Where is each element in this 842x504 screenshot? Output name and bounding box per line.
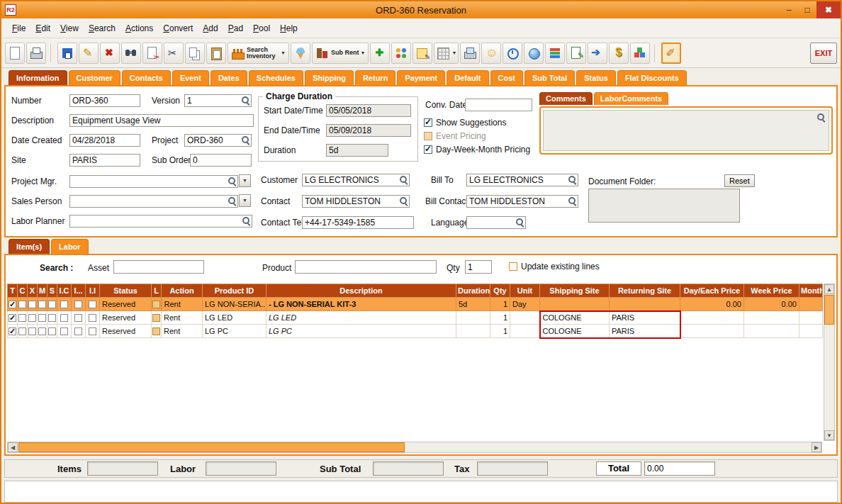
- row-checkbox[interactable]: [74, 301, 82, 308]
- row-checkbox[interactable]: [48, 301, 56, 308]
- column-header-returning-site[interactable]: Returning Site: [610, 284, 680, 298]
- cubes-icon[interactable]: [630, 43, 650, 64]
- checkbox-show-suggestions[interactable]: Show Suggestions: [424, 118, 530, 128]
- bill-to-input[interactable]: [466, 174, 578, 186]
- labor-total-field[interactable]: [206, 461, 276, 476]
- tab-payment[interactable]: Payment: [397, 70, 445, 85]
- menu-pad[interactable]: Pad: [223, 22, 248, 35]
- menu-edit[interactable]: Edit: [30, 22, 55, 35]
- add-icon[interactable]: [370, 43, 390, 64]
- row-checkbox[interactable]: [89, 301, 96, 308]
- row-checkbox[interactable]: [74, 314, 82, 322]
- horizontal-scrollbar[interactable]: ◀ ▶: [7, 442, 822, 453]
- cut-icon[interactable]: [164, 43, 184, 64]
- save-icon[interactable]: [57, 43, 77, 64]
- delete-icon[interactable]: [100, 43, 120, 64]
- tab-flat-discounts[interactable]: Flat Discounts: [617, 70, 687, 85]
- column-header-l[interactable]: L: [152, 284, 162, 298]
- tab-dates[interactable]: Dates: [211, 70, 247, 85]
- project-mgr-input[interactable]: [69, 175, 238, 188]
- column-header-day-each-price[interactable]: Day/Each Price: [680, 284, 744, 298]
- menu-search[interactable]: Search: [84, 22, 120, 35]
- sub-total-field[interactable]: [373, 461, 444, 476]
- l-checkbox[interactable]: [152, 314, 160, 322]
- row-checkbox[interactable]: [38, 327, 46, 335]
- reset-button[interactable]: Reset: [724, 174, 755, 187]
- vertical-scroll-thumb[interactable]: [824, 295, 834, 325]
- row-checkbox[interactable]: [60, 301, 68, 308]
- sub-rent-button[interactable]: Sub Rent▼: [312, 43, 369, 64]
- menu-file[interactable]: File: [7, 22, 30, 35]
- start-date-input[interactable]: [326, 104, 411, 117]
- column-header-x[interactable]: X: [28, 284, 38, 298]
- row-checkbox[interactable]: [89, 314, 96, 322]
- chevron-down-icon[interactable]: ▼: [360, 50, 365, 55]
- contact-input[interactable]: [302, 195, 410, 208]
- print-setup-icon[interactable]: [460, 43, 480, 64]
- row-checkbox[interactable]: [28, 301, 36, 308]
- chevron-down-icon[interactable]: ▼: [281, 50, 286, 55]
- column-header-m[interactable]: M: [38, 284, 47, 298]
- duration-input[interactable]: [326, 144, 388, 157]
- column-header-product-id[interactable]: Product ID: [203, 284, 266, 298]
- table-row[interactable]: ReservedRentLG PCLG PC1COLOGNEPARIS: [8, 325, 823, 338]
- tab-return[interactable]: Return: [355, 70, 395, 85]
- checkbox-event-pricing[interactable]: Event Pricing: [424, 131, 530, 141]
- comments-textarea[interactable]: [543, 110, 829, 151]
- history-icon[interactable]: [503, 43, 522, 64]
- copy-icon[interactable]: [185, 43, 205, 64]
- row-checkbox[interactable]: [9, 301, 16, 308]
- row-checkbox[interactable]: [9, 314, 16, 322]
- description-input[interactable]: [69, 114, 254, 127]
- total-field[interactable]: 0.00: [644, 461, 715, 476]
- close-button[interactable]: ✖: [816, 1, 841, 18]
- column-header-description[interactable]: Description: [266, 284, 456, 298]
- row-checkbox[interactable]: [28, 327, 36, 335]
- checkbox-day-week-month-pricing[interactable]: Day-Week-Month Pricing: [424, 145, 530, 155]
- convert-icon[interactable]: [588, 43, 607, 64]
- column-header-status[interactable]: Status: [100, 284, 152, 298]
- conv-date-input[interactable]: [465, 99, 532, 111]
- row-checkbox[interactable]: [38, 314, 46, 322]
- search-icon[interactable]: [568, 175, 577, 184]
- exit-button[interactable]: EXIT: [810, 43, 837, 64]
- menu-add[interactable]: Add: [198, 22, 223, 35]
- search-icon[interactable]: [241, 96, 250, 105]
- cut-row-icon[interactable]: [142, 43, 162, 64]
- paste-icon[interactable]: [206, 43, 226, 64]
- minimize-button[interactable]: –: [780, 1, 798, 18]
- column-header-duration[interactable]: Duration: [456, 284, 490, 298]
- search-icon[interactable]: [399, 196, 408, 206]
- row-checkbox[interactable]: [38, 301, 46, 308]
- tab-information[interactable]: Information: [9, 70, 67, 85]
- tab-contacts[interactable]: Contacts: [122, 70, 171, 85]
- menu-actions[interactable]: Actions: [120, 22, 158, 35]
- chevron-down-icon[interactable]: ▼: [239, 194, 251, 207]
- pad-icon[interactable]: ▼: [434, 43, 459, 64]
- scroll-up-icon[interactable]: ▲: [824, 284, 834, 294]
- column-header-week-price[interactable]: Week Price: [744, 284, 799, 298]
- cone-icon[interactable]: [291, 43, 310, 64]
- pool-icon[interactable]: [391, 43, 411, 64]
- menu-view[interactable]: View: [55, 22, 84, 35]
- tab-schedules[interactable]: Schedules: [249, 70, 303, 85]
- tab-comments[interactable]: Comments: [539, 92, 593, 105]
- column-header-i[interactable]: I...: [72, 284, 86, 298]
- tab-status[interactable]: Status: [576, 70, 616, 85]
- labor-planner-input[interactable]: [69, 215, 252, 228]
- column-header-qty[interactable]: Qty: [490, 284, 510, 298]
- search-icon[interactable]: [241, 135, 250, 145]
- tab-cost[interactable]: Cost: [490, 70, 523, 85]
- contact-tel-input[interactable]: [302, 216, 414, 229]
- search-inventory-button[interactable]: Search Inventory▼: [228, 43, 289, 64]
- world-icon[interactable]: [524, 43, 544, 64]
- tab-labor[interactable]: Labor: [51, 239, 89, 254]
- chevron-down-icon[interactable]: ▼: [451, 50, 456, 55]
- column-header-month[interactable]: Month: [799, 284, 823, 298]
- qty-input[interactable]: [465, 260, 492, 274]
- tab-event[interactable]: Event: [172, 70, 209, 85]
- search-icon[interactable]: [816, 113, 826, 122]
- product-search-input[interactable]: [295, 260, 437, 274]
- tax-field[interactable]: [477, 461, 548, 476]
- number-input[interactable]: [69, 94, 140, 107]
